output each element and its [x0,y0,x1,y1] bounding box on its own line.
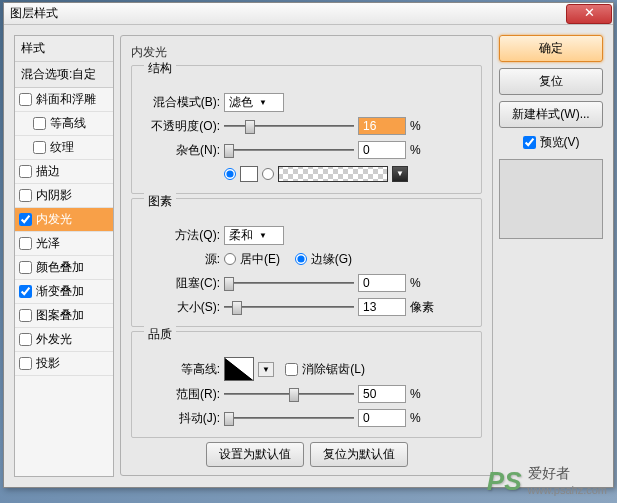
right-panel: 确定 复位 新建样式(W)... 预览(V) [499,35,603,477]
style-label: 纹理 [50,139,74,156]
style-item[interactable]: 描边 [15,160,113,184]
window-title: 图层样式 [10,5,58,22]
gradient-radio[interactable] [262,168,274,180]
style-label: 光泽 [36,235,60,252]
style-checkbox[interactable] [19,261,32,274]
opacity-slider[interactable] [224,117,354,135]
chevron-down-icon: ▼ [259,231,267,240]
elements-group: 图素 方法(Q): 柔和 ▼ 源: 居中(E) [131,198,482,327]
noise-label: 杂色(N): [140,142,220,159]
choke-slider[interactable] [224,274,354,292]
size-label: 大小(S): [140,299,220,316]
jitter-slider[interactable] [224,409,354,427]
contour-swatch[interactable] [224,357,254,381]
style-item[interactable]: 纹理 [15,136,113,160]
watermark: PS 爱好者 www.psahz.com [487,465,607,497]
style-item[interactable]: 内发光 [15,208,113,232]
size-unit: 像素 [410,299,440,316]
source-edge-radio[interactable] [295,253,307,265]
structure-title: 结构 [144,60,176,77]
gradient-swatch[interactable] [278,166,388,182]
preview-checkbox[interactable] [523,136,536,149]
gradient-dropdown-arrow[interactable]: ▼ [392,166,408,182]
style-item[interactable]: 光泽 [15,232,113,256]
watermark-url: www.psahz.com [528,484,607,496]
style-label: 投影 [36,355,60,372]
choke-input[interactable] [358,274,406,292]
opacity-label: 不透明度(O): [140,118,220,135]
jitter-label: 抖动(J): [140,410,220,427]
style-label: 渐变叠加 [36,283,84,300]
antialias-label: 消除锯齿(L) [302,361,365,378]
set-default-button[interactable]: 设置为默认值 [206,442,304,467]
style-item[interactable]: 颜色叠加 [15,256,113,280]
structure-group: 结构 混合模式(B): 滤色 ▼ 不透明度(O): % [131,65,482,194]
style-checkbox[interactable] [19,333,32,346]
style-checkbox[interactable] [19,237,32,250]
style-item[interactable]: 斜面和浮雕 [15,88,113,112]
jitter-input[interactable] [358,409,406,427]
source-center-radio[interactable] [224,253,236,265]
style-checkbox[interactable] [33,117,46,130]
style-item[interactable]: 投影 [15,352,113,376]
noise-slider[interactable] [224,141,354,159]
style-label: 图案叠加 [36,307,84,324]
style-checkbox[interactable] [19,357,32,370]
style-item[interactable]: 内阴影 [15,184,113,208]
style-item[interactable]: 等高线 [15,112,113,136]
choke-unit: % [410,276,440,290]
new-style-button[interactable]: 新建样式(W)... [499,101,603,128]
elements-title: 图素 [144,193,176,210]
chevron-down-icon[interactable]: ▼ [258,362,274,377]
style-label: 等高线 [50,115,86,132]
size-input[interactable] [358,298,406,316]
style-label: 斜面和浮雕 [36,91,96,108]
style-checkbox[interactable] [19,309,32,322]
jitter-unit: % [410,411,440,425]
preview-label: 预览(V) [540,134,580,151]
contour-label: 等高线: [140,361,220,378]
range-unit: % [410,387,440,401]
size-slider[interactable] [224,298,354,316]
source-center-label: 居中(E) [240,251,280,268]
range-input[interactable] [358,385,406,403]
antialias-checkbox[interactable] [285,363,298,376]
style-label: 颜色叠加 [36,259,84,276]
source-edge-label: 边缘(G) [311,251,352,268]
method-dropdown[interactable]: 柔和 ▼ [224,226,284,245]
opacity-input[interactable] [358,117,406,135]
reset-default-button[interactable]: 复位为默认值 [310,442,408,467]
style-checkbox[interactable] [19,165,32,178]
styles-panel: 样式 混合选项:自定 斜面和浮雕等高线纹理描边内阴影内发光光泽颜色叠加渐变叠加图… [14,35,114,477]
quality-group: 品质 等高线: ▼ 消除锯齿(L) 范围(R): % [131,331,482,438]
noise-input[interactable] [358,141,406,159]
color-swatch[interactable] [240,166,258,182]
style-item[interactable]: 渐变叠加 [15,280,113,304]
watermark-text: 爱好者 [528,466,570,481]
ok-button[interactable]: 确定 [499,35,603,62]
blend-mode-value: 滤色 [229,94,253,111]
style-label: 内发光 [36,211,72,228]
style-item[interactable]: 图案叠加 [15,304,113,328]
style-checkbox[interactable] [19,213,32,226]
inner-glow-fieldset: 内发光 结构 混合模式(B): 滤色 ▼ 不透明度(O): [120,35,493,476]
cancel-button[interactable]: 复位 [499,68,603,95]
quality-title: 品质 [144,326,176,343]
style-checkbox[interactable] [33,141,46,154]
watermark-logo: PS [487,466,522,497]
style-checkbox[interactable] [19,93,32,106]
color-radio[interactable] [224,168,236,180]
styles-header[interactable]: 样式 [15,36,113,62]
range-slider[interactable] [224,385,354,403]
style-label: 外发光 [36,331,72,348]
style-item[interactable]: 外发光 [15,328,113,352]
blend-mode-dropdown[interactable]: 滤色 ▼ [224,93,284,112]
layer-style-dialog: 图层样式 ✕ 样式 混合选项:自定 斜面和浮雕等高线纹理描边内阴影内发光光泽颜色… [3,2,614,488]
style-checkbox[interactable] [19,189,32,202]
blend-options-item[interactable]: 混合选项:自定 [15,62,113,88]
preview-box [499,159,603,239]
close-button[interactable]: ✕ [566,4,612,24]
style-checkbox[interactable] [19,285,32,298]
method-label: 方法(Q): [140,227,220,244]
preview-toggle[interactable]: 预览(V) [499,134,603,151]
